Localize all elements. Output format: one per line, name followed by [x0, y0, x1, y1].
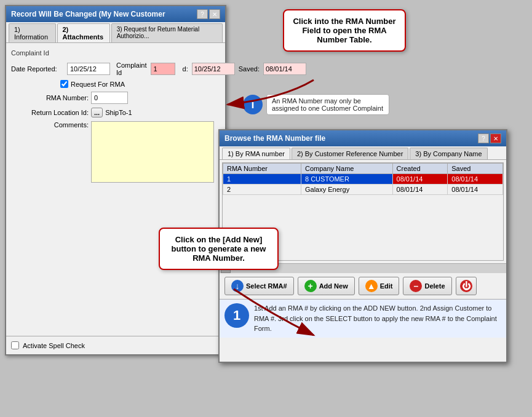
spell-check-checkbox[interactable] [11, 341, 19, 349]
close-button[interactable]: ✕ [209, 9, 220, 19]
request-rma-label: Request For RMA [71, 81, 125, 88]
delete-icon: – [410, 280, 422, 292]
delete-button[interactable]: – Delete [403, 277, 451, 295]
date-reported-label3: d: [183, 65, 188, 73]
rma-number-row: RMA Number: [11, 92, 220, 104]
form-section: Complaint Id Date Reported: Complaint Id… [6, 43, 225, 190]
info-bar: 1 1st Add an RMA # by clicking on the AD… [220, 299, 506, 338]
browse-tabs: 1) By RMA number 2) By Customer Referenc… [220, 146, 506, 160]
table-row[interactable]: 1 8 CUSTOMER 08/01/14 08/01/14 [223, 174, 503, 185]
add-new-label: Add New [319, 282, 348, 290]
comments-label: Comments: [11, 121, 91, 129]
complaint-id-label2: Complaint Id [116, 62, 147, 76]
request-rma-checkbox[interactable] [60, 80, 68, 88]
cell-company-2: Galaxy Energy [301, 185, 392, 195]
comments-textarea[interactable] [91, 121, 214, 183]
browse-help-button[interactable]: ? [478, 133, 489, 143]
col-saved: Saved [448, 164, 503, 174]
spell-check-label: Activate Spell Check [23, 342, 85, 349]
add-new-icon: + [304, 280, 317, 292]
select-rma-label: Select RMA# [246, 282, 287, 290]
edit-icon: ▲ [365, 280, 378, 292]
complaint-id-label: Complaint Id [11, 49, 49, 57]
rma-number-input[interactable] [91, 92, 128, 104]
return-location-label: Return Location Id: [11, 109, 91, 116]
col-created: Created [392, 164, 448, 174]
cell-rma-1: 1 [223, 174, 301, 185]
cell-rma-2: 2 [223, 185, 301, 195]
select-rma-icon: ↓ [231, 280, 244, 292]
delete-label: Delete [424, 282, 445, 290]
browse-window-title: Browse the RMA Number file [224, 134, 325, 143]
browse-tab-customer[interactable]: 2) By Customer Reference Number [292, 148, 408, 159]
info-number: 1 [224, 303, 249, 328]
callout-top-text: Click into the RMA Number Field to open … [293, 17, 395, 44]
main-window-title: Record Will Be Changed (My New Customer [11, 10, 165, 18]
return-location-value: ShipTo-1 [105, 109, 132, 116]
tab-attachments[interactable]: 2) Attachments [57, 23, 110, 42]
power-icon: ⏻ [460, 280, 472, 292]
tab-rma[interactable]: 3) Request for Return Material Authorizi… [111, 23, 223, 42]
col-rma-number: RMA Number [223, 164, 301, 174]
power-button[interactable]: ⏻ [456, 277, 477, 295]
cell-created-1: 08/01/14 [392, 174, 448, 185]
date-reported-label: Date Reported: [11, 65, 63, 73]
callout-bottom-text: Click on the [Add New] button to generat… [172, 235, 266, 263]
browse-title-controls: ? ✕ [478, 133, 501, 143]
cell-company-1: 8 CUSTOMER [301, 174, 392, 185]
return-location-browse-button[interactable]: ... [91, 108, 103, 117]
request-rma-row: Request For RMA [60, 80, 220, 88]
spell-check-bar: Activate Spell Check [6, 336, 225, 354]
comments-row: Comments: [11, 121, 220, 183]
help-button[interactable]: ? [197, 9, 208, 19]
rma-table: RMA Number Company Name Created Saved 1 … [223, 163, 503, 195]
edit-button[interactable]: ▲ Edit [359, 277, 400, 295]
return-location-row: Return Location Id: ... ShipTo-1 [11, 108, 220, 117]
browse-close-button[interactable]: ✕ [490, 133, 501, 143]
main-window: Record Will Be Changed (My New Customer … [5, 5, 226, 355]
edit-label: Edit [380, 282, 393, 290]
title-bar-controls: ? ✕ [197, 9, 220, 19]
callout-top: Click into the RMA Number Field to open … [283, 9, 406, 52]
saved-input[interactable] [263, 63, 306, 75]
add-new-button[interactable]: + Add New [298, 277, 355, 295]
complaint-id-input[interactable] [151, 63, 175, 75]
cell-saved-2: 08/01/14 [448, 185, 503, 195]
col-company-name: Company Name [301, 164, 392, 174]
cell-saved-1: 08/01/14 [448, 174, 503, 185]
saved-label: Saved: [239, 65, 260, 73]
info-bubble: i An RMA Number may only be assigned to … [243, 94, 389, 115]
cell-created-2: 08/01/14 [392, 185, 448, 195]
browse-title-bar: Browse the RMA Number file ? ✕ [220, 130, 506, 146]
callout-bottom: Click on the [Add New] button to generat… [159, 228, 279, 270]
main-tabs: 1) Information 2) Attachments 3) Request… [6, 22, 225, 43]
browse-tab-company[interactable]: 3) By Company Name [410, 148, 487, 159]
date-reported-input[interactable] [67, 63, 110, 75]
select-rma-button[interactable]: ↓ Select RMA# [224, 277, 294, 295]
table-row[interactable]: 2 Galaxy Energy 08/01/14 08/01/14 [223, 185, 503, 195]
tab-information[interactable]: 1) Information [9, 23, 56, 42]
main-title-bar: Record Will Be Changed (My New Customer … [6, 6, 225, 22]
browse-tab-rma[interactable]: 1) By RMA number [222, 148, 290, 159]
info-text: 1st Add an RMA # by clicking on the ADD … [254, 303, 501, 334]
rma-number-label: RMA Number: [11, 94, 91, 101]
browse-buttons: ↓ Select RMA# + Add New ▲ Edit – Delete … [220, 273, 506, 299]
date-reported-input2[interactable] [192, 63, 235, 75]
info-icon: i [243, 95, 263, 114]
info-bubble-text: An RMA Number may only be assigned to on… [266, 94, 389, 115]
